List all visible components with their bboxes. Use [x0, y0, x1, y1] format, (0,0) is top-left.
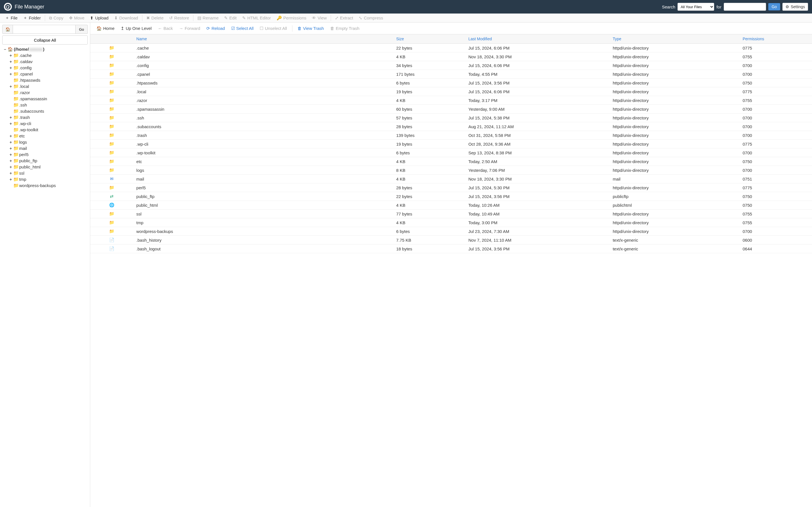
table-row[interactable]: 📁logs8 KBYesterday, 7:06 PMhttpd/unix-di… [90, 166, 812, 175]
tree-node[interactable]: +📁mail [9, 145, 88, 152]
tree-node[interactable]: +📁tmp [9, 176, 88, 182]
tree-toggle-icon[interactable]: + [9, 164, 12, 170]
table-row[interactable]: 🌐public_html4 KBToday, 10:26 AMpublichtm… [90, 201, 812, 210]
tree-toggle-icon[interactable]: + [9, 59, 12, 65]
tree-node[interactable]: +📁.razor [9, 90, 88, 96]
tree-node[interactable]: +📁.trash [9, 114, 88, 121]
tree-node[interactable]: +📁public_html [9, 164, 88, 170]
tree-node[interactable]: +📁.htpasswds [9, 77, 88, 83]
move-button[interactable]: ✥Move [66, 14, 87, 22]
view-button[interactable]: 👁View [309, 14, 329, 21]
table-row[interactable]: ✉mail4 KBNov 18, 2024, 3:30 PMmail0751 [90, 175, 812, 183]
tree-toggle-icon[interactable]: + [9, 152, 12, 158]
tree-toggle-icon[interactable]: + [9, 176, 12, 182]
col-perm-header[interactable]: Permissions [740, 34, 812, 44]
col-type-header[interactable]: Type [610, 34, 740, 44]
table-row[interactable]: 📁.ssh57 bytesJul 15, 2024, 5:38 PMhttpd/… [90, 114, 812, 122]
tree-toggle-icon[interactable]: + [9, 71, 12, 77]
tree-node[interactable]: +📁.subaccounts [9, 108, 88, 114]
tree-node[interactable]: +📁ssl [9, 170, 88, 176]
nav-forward[interactable]: →Forward [176, 25, 203, 32]
table-row[interactable]: 📁tmp4 KBToday, 3:00 PMhttpd/unix-directo… [90, 218, 812, 227]
table-row[interactable]: 📁.local19 bytesJul 15, 2024, 6:06 PMhttp… [90, 87, 812, 96]
permissions-button[interactable]: 🔑Permissions [274, 14, 309, 22]
table-row[interactable]: 📁.trash139 bytesOct 31, 2024, 5:58 PMhtt… [90, 131, 812, 140]
tree-toggle-icon[interactable]: + [9, 170, 12, 176]
tree-node[interactable]: +📁.cache [9, 52, 88, 59]
tree-node[interactable]: +📁.wp-cli [9, 121, 88, 127]
delete-button[interactable]: ✖Delete [144, 14, 166, 22]
tree-node[interactable]: +📁logs [9, 139, 88, 145]
download-button[interactable]: ⬇Download [111, 14, 141, 22]
extract-button[interactable]: ⤢Extract [332, 14, 356, 22]
tree-toggle-icon[interactable]: + [9, 65, 12, 71]
table-row[interactable]: 📁wordpress-backups6 bytesJul 23, 2024, 7… [90, 227, 812, 236]
tree-toggle-icon[interactable]: + [9, 145, 12, 152]
nav-home[interactable]: 🏠Home [94, 25, 117, 32]
rename-button[interactable]: ▤Rename [195, 14, 221, 22]
table-row[interactable]: 📁perl528 bytesJul 15, 2024, 5:30 PMhttpd… [90, 183, 812, 192]
tree-toggle-icon[interactable]: + [9, 158, 12, 164]
table-row[interactable]: 📁.caldav4 KBNov 18, 2024, 3:30 PMhttpd/u… [90, 52, 812, 61]
nav-up[interactable]: ↥Up One Level [118, 25, 154, 32]
copy-button[interactable]: ⧉Copy [46, 14, 66, 22]
tree-toggle-icon[interactable]: + [9, 139, 12, 145]
nav-empty-trash[interactable]: 🗑Empty Trash [327, 25, 362, 32]
tree-toggle-icon[interactable]: + [9, 114, 12, 121]
search-scope-select[interactable]: All Your Files [677, 3, 714, 11]
path-home-button[interactable]: 🏠 [2, 25, 13, 34]
tree-root[interactable]: – 🏠 (/home/xxxxxx) [3, 46, 88, 52]
table-row[interactable]: 📁.spamassassin60 bytesYesterday, 9:00 AM… [90, 105, 812, 114]
table-row[interactable]: 📁.subaccounts28 bytesAug 21, 2024, 11:12… [90, 122, 812, 131]
tree-node[interactable]: +📁.config [9, 65, 88, 71]
tree-node[interactable]: +📁.spamassassin [9, 96, 88, 102]
tree-node[interactable]: +📁.wp-toolkit [9, 127, 88, 133]
tree-node[interactable]: +📁.cpanel [9, 71, 88, 77]
tree-node[interactable]: +📁public_ftp [9, 158, 88, 164]
table-row[interactable]: 📁.razor4 KBToday, 3:17 PMhttpd/unix-dire… [90, 96, 812, 105]
table-row[interactable]: ⇄public_ftp22 bytesJul 15, 2024, 3:56 PM… [90, 192, 812, 201]
nav-back[interactable]: ←Back [155, 25, 175, 32]
new-file-button[interactable]: ＋File [2, 14, 20, 22]
tree-node[interactable]: +📁.ssh [9, 102, 88, 108]
path-input[interactable] [13, 25, 75, 34]
settings-button[interactable]: ⚙ Settings [782, 3, 808, 11]
tree-toggle-icon[interactable]: + [9, 52, 12, 59]
table-row[interactable]: 📁etc4 KBToday, 2:50 AMhttpd/unix-directo… [90, 157, 812, 166]
tree-toggle-icon[interactable]: – [3, 46, 7, 52]
nav-reload[interactable]: ⟳Reload [204, 25, 228, 32]
nav-select-all[interactable]: ☑Select All [229, 25, 257, 32]
table-row[interactable]: 📁.cache22 bytesJul 15, 2024, 6:06 PMhttp… [90, 44, 812, 52]
table-row[interactable]: 📁.wp-cli19 bytesOct 28, 2024, 9:36 AMhtt… [90, 140, 812, 149]
search-input[interactable] [724, 3, 766, 11]
tree-node[interactable]: +📁.local [9, 83, 88, 90]
table-row[interactable]: 📁.config34 bytesJul 15, 2024, 6:06 PMhtt… [90, 61, 812, 70]
nav-unselect-all[interactable]: ☐Unselect All [257, 25, 290, 32]
html-editor-button[interactable]: ✎HTML Editor [239, 14, 274, 22]
table-row[interactable]: 📄.bash_logout18 bytesJul 15, 2024, 3:56 … [90, 244, 812, 253]
table-row[interactable]: 📁.htpasswds6 bytesJul 15, 2024, 3:56 PMh… [90, 78, 812, 87]
upload-button[interactable]: ⬆Upload [87, 14, 111, 22]
table-row[interactable]: 📄.bash_history7.75 KBNov 7, 2024, 11:10 … [90, 236, 812, 244]
table-row[interactable]: 📁.wp-toolkit6 bytesSep 13, 2024, 8:38 PM… [90, 149, 812, 157]
tree-toggle-icon[interactable]: + [9, 121, 12, 127]
search-go-button[interactable]: Go [768, 3, 780, 10]
restore-button[interactable]: ↺Restore [166, 14, 192, 22]
new-folder-button[interactable]: ＋Folder [20, 14, 44, 22]
tree-node[interactable]: +📁.caldav [9, 59, 88, 65]
edit-button[interactable]: ✎Edit [221, 14, 239, 22]
file-table-wrap[interactable]: Name Size Last Modified Type Permissions… [90, 34, 812, 507]
tree-node[interactable]: +📁wordpress-backups [9, 182, 88, 189]
compress-button[interactable]: ⤡Compress [356, 14, 386, 22]
collapse-all-button[interactable]: Collapse All [2, 36, 88, 45]
col-name-header[interactable]: Name [134, 34, 394, 44]
nav-view-trash[interactable]: 🗑View Trash [295, 25, 327, 32]
col-modified-header[interactable]: Last Modified [465, 34, 610, 44]
tree-toggle-icon[interactable]: + [9, 133, 12, 139]
table-row[interactable]: 📁ssl77 bytesToday, 10:49 AMhttpd/unix-di… [90, 210, 812, 218]
tree-toggle-icon[interactable]: + [9, 83, 12, 90]
tree-node[interactable]: +📁etc [9, 133, 88, 139]
table-row[interactable]: 📁.cpanel171 bytesToday, 4:55 PMhttpd/uni… [90, 70, 812, 78]
path-go-button[interactable]: Go [75, 25, 88, 34]
col-size-header[interactable]: Size [393, 34, 465, 44]
